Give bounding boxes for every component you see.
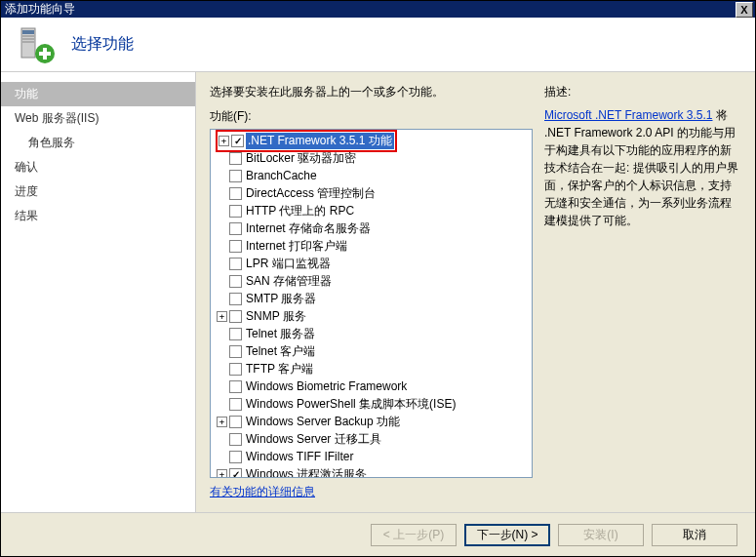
expand-icon[interactable]: + [219,136,229,146]
cancel-button[interactable]: 取消 [652,524,737,546]
footer: < 上一步(P) 下一步(N) > 安装(I) 取消 [1,512,755,556]
checkbox[interactable] [229,187,242,200]
description-link[interactable]: Microsoft .NET Framework 3.5.1 [544,108,713,122]
tree-item-label: DirectAccess 管理控制台 [244,185,378,202]
tree-item-label: BranchCache [244,169,319,182]
features-label: 功能(F): [210,108,533,125]
tree-item[interactable]: Windows Biometric Framework [213,378,530,395]
checkbox[interactable] [229,310,242,323]
tree-item[interactable]: HTTP 代理上的 RPC [213,202,530,219]
more-info-link[interactable]: 有关功能的详细信息 [210,484,533,500]
expand-icon[interactable]: + [217,417,227,427]
checkbox[interactable] [229,451,242,463]
tree-item[interactable]: Internet 存储命名服务器 [213,219,530,237]
tree-item-label: Windows PowerShell 集成脚本环境(ISE) [244,396,458,413]
header: 选择功能 [1,18,755,72]
server-plus-icon [16,24,57,65]
checkbox[interactable] [229,433,242,446]
tree-item-label: Internet 存储命名服务器 [244,220,373,237]
tree-item[interactable]: +SNMP 服务 [213,307,530,325]
sidebar-item-0[interactable]: 功能 [1,82,195,106]
titlebar[interactable]: 添加功能向导 X [1,1,755,18]
sidebar-item-1[interactable]: Web 服务器(IIS) [1,106,195,131]
tree-item-label: SAN 存储管理器 [244,273,334,290]
checkbox[interactable] [229,222,242,235]
tree-item[interactable]: Windows Server 迁移工具 [213,430,530,448]
checkbox[interactable] [229,363,242,376]
tree-item-label: Windows 进程激活服务 [244,466,369,479]
svg-rect-4 [22,41,34,43]
checkbox[interactable] [231,135,244,147]
expand-spacer [217,259,227,269]
description-text: 将 .NET Framework 2.0 API 的功能与用于构建具有以下功能的… [544,108,738,227]
tree-item[interactable]: BitLocker 驱动器加密 [213,149,530,167]
tree-item[interactable]: SAN 存储管理器 [213,272,530,290]
checkbox[interactable] [229,240,242,253]
tree-item-label: TFTP 客户端 [244,361,315,378]
expand-spacer [217,399,227,410]
features-tree[interactable]: +.NET Framework 3.5.1 功能BitLocker 驱动器加密B… [210,129,533,478]
tree-item[interactable]: SMTP 服务器 [213,290,530,307]
tree-item[interactable]: +.NET Framework 3.5.1 功能 [213,132,530,149]
checkbox[interactable] [229,328,242,340]
sidebar: 功能Web 服务器(IIS)角色服务确认进度结果 [1,72,196,512]
tree-item[interactable]: Telnet 客户端 [213,342,530,360]
checkbox[interactable] [229,258,242,270]
checkbox[interactable] [229,205,242,218]
tree-item[interactable]: TFTP 客户端 [213,360,530,378]
tree-item-label: Telnet 客户端 [244,343,317,360]
tree-item-label: SMTP 服务器 [244,291,318,307]
svg-rect-2 [22,35,34,37]
expand-spacer [217,434,227,445]
expand-icon[interactable]: + [217,469,227,479]
expand-spacer [217,206,227,217]
tree-item[interactable]: DirectAccess 管理控制台 [213,184,530,202]
sidebar-item-4[interactable]: 进度 [1,179,195,204]
expand-spacer [217,171,227,181]
tree-item[interactable]: +Windows Server Backup 功能 [213,413,530,430]
prev-button: < 上一步(P) [371,524,457,546]
tree-item[interactable]: Telnet 服务器 [213,325,530,342]
svg-rect-1 [22,30,34,34]
svg-rect-7 [39,52,51,56]
page-title: 选择功能 [71,34,134,55]
checkbox[interactable] [229,416,242,428]
checkbox[interactable] [229,293,242,305]
tree-item[interactable]: Internet 打印客户端 [213,237,530,255]
titlebar-text: 添加功能向导 [5,1,736,18]
tree-item[interactable]: +Windows 进程激活服务 [213,465,530,478]
sidebar-item-5[interactable]: 结果 [1,204,195,228]
tree-item-label: Windows Server Backup 功能 [244,414,402,430]
svg-rect-3 [22,38,34,40]
expand-spacer [217,346,227,357]
tree-item-label: .NET Framework 3.5.1 功能 [246,133,394,149]
tree-item-label: HTTP 代理上的 RPC [244,203,356,219]
main-prompt: 选择要安装在此服务器上的一个或多个功能。 [210,84,533,100]
tree-item-label: LPR 端口监视器 [244,256,333,272]
checkbox[interactable] [229,380,242,393]
tree-item-label: SNMP 服务 [244,308,308,325]
next-button[interactable]: 下一步(N) > [464,524,550,546]
install-button: 安装(I) [558,524,644,546]
tree-item-label: Windows TIFF IFilter [244,450,355,463]
expand-spacer [217,153,227,164]
checkbox[interactable] [229,398,242,411]
checkbox[interactable] [229,170,242,182]
checkbox[interactable] [229,468,242,479]
checkbox[interactable] [229,152,242,165]
tree-item[interactable]: Windows PowerShell 集成脚本环境(ISE) [213,395,530,413]
tree-item-label: BitLocker 驱动器加密 [244,150,358,167]
sidebar-item-2[interactable]: 角色服务 [1,131,195,155]
expand-icon[interactable]: + [217,311,227,322]
expand-spacer [217,364,227,375]
tree-item[interactable]: LPR 端口监视器 [213,255,530,272]
tree-item[interactable]: BranchCache [213,167,530,184]
expand-spacer [217,188,227,199]
sidebar-item-3[interactable]: 确认 [1,155,195,179]
description-title: 描述: [544,84,741,100]
tree-item[interactable]: Windows TIFF IFilter [213,448,530,465]
checkbox[interactable] [229,275,242,288]
description-panel: 描述: Microsoft .NET Framework 3.5.1 将 .NE… [544,84,741,500]
checkbox[interactable] [229,345,242,358]
close-icon[interactable]: X [736,2,753,18]
